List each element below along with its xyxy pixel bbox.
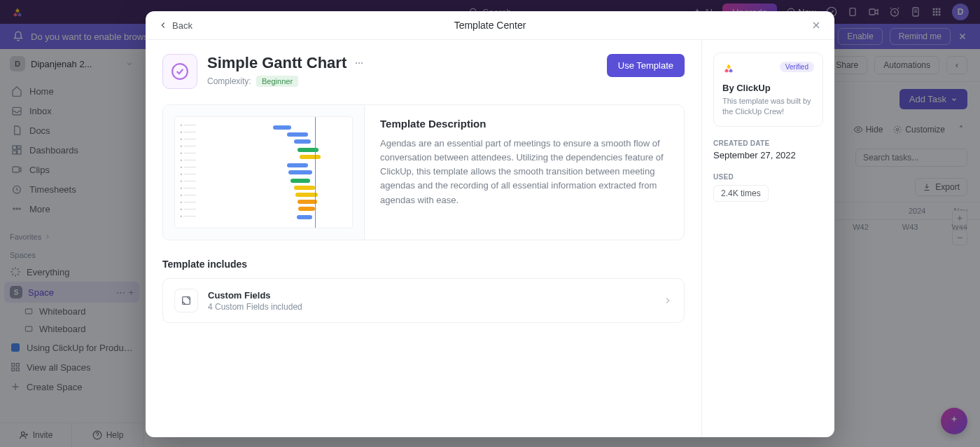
svg-point-39 [361,62,363,64]
description-card: ▸ ─────▸ ─────▸ ─────▸ ─────▸ ─────▸ ───… [162,104,685,240]
chevron-right-icon [663,296,673,305]
author-name: By ClickUp [722,83,814,93]
back-button[interactable]: Back [158,20,192,31]
check-circle-icon [171,62,189,81]
verified-badge: Verified [780,62,814,72]
used-value: 2.4K times [713,185,769,202]
svg-point-37 [356,62,357,64]
template-name: Simple Gantt Chart [207,54,346,72]
svg-point-36 [172,64,188,79]
created-date-label: CREATED DATE [713,139,823,147]
created-date-value: September 27, 2022 [713,150,823,160]
include-title: Custom Fields [208,290,302,301]
includes-heading: Template includes [162,259,685,270]
author-card: Verified By ClickUp This template was bu… [713,53,823,127]
used-label: USED [713,173,823,181]
close-modal-icon[interactable] [811,20,822,31]
include-subtitle: 4 Custom Fields included [208,302,302,312]
template-preview: ▸ ─────▸ ─────▸ ─────▸ ─────▸ ─────▸ ───… [163,105,365,240]
template-center-modal: Back Template Center Simple Gantt Chart [146,11,834,437]
clickup-logo-icon [722,62,735,74]
modal-title: Template Center [454,20,526,31]
complexity-label: Complexity: [207,76,251,86]
template-menu-icon[interactable] [354,57,365,69]
modal-overlay: Back Template Center Simple Gantt Chart [0,0,980,447]
complexity-badge: Beginner [256,76,298,87]
description-heading: Template Description [380,118,668,130]
template-icon [162,54,197,89]
arrow-left-icon [158,20,168,30]
use-template-button[interactable]: Use Template [607,54,685,77]
include-custom-fields[interactable]: Custom Fields 4 Custom Fields included [162,278,685,323]
description-body: Agendas are an essential part of meeting… [380,137,668,207]
svg-point-38 [358,62,360,64]
custom-fields-icon [174,289,198,312]
author-description: This template was built by the ClickUp C… [722,96,814,118]
